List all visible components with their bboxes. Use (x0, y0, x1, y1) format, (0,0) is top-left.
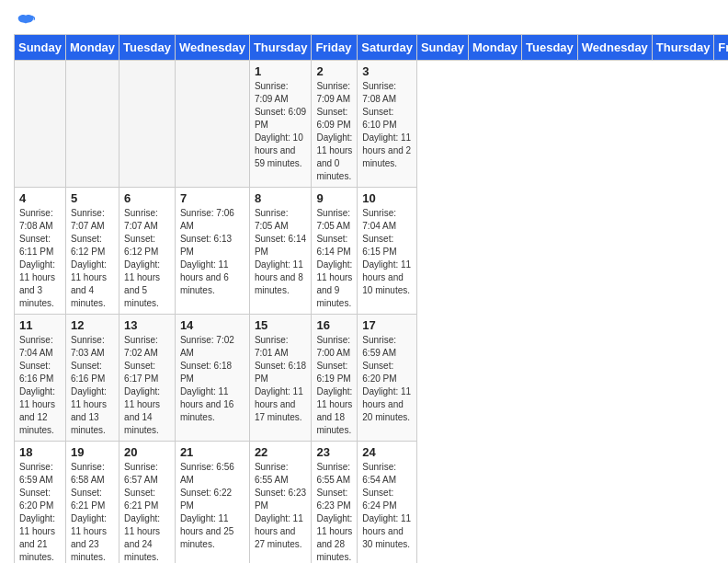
calendar-cell: 24Sunrise: 6:54 AM Sunset: 6:24 PM Dayli… (358, 442, 417, 564)
day-info: Sunrise: 6:59 AM Sunset: 6:20 PM Dayligh… (19, 461, 61, 563)
day-info: Sunrise: 7:06 AM Sunset: 6:13 PM Dayligh… (180, 207, 245, 297)
day-info: Sunrise: 7:07 AM Sunset: 6:12 PM Dayligh… (71, 207, 114, 310)
day-header-monday: Monday (468, 35, 521, 61)
day-number: 19 (71, 445, 114, 459)
day-info: Sunrise: 7:03 AM Sunset: 6:16 PM Dayligh… (71, 334, 114, 437)
calendar-week-row: 11Sunrise: 7:04 AM Sunset: 6:16 PM Dayli… (15, 315, 729, 442)
day-info: Sunrise: 6:54 AM Sunset: 6:24 PM Dayligh… (362, 461, 412, 551)
day-number: 17 (362, 318, 412, 332)
day-number: 7 (180, 191, 245, 205)
day-info: Sunrise: 7:07 AM Sunset: 6:12 PM Dayligh… (124, 207, 170, 310)
day-info: Sunrise: 7:08 AM Sunset: 6:11 PM Dayligh… (19, 207, 61, 310)
day-info: Sunrise: 6:55 AM Sunset: 6:23 PM Dayligh… (316, 461, 352, 563)
day-number: 8 (255, 191, 307, 205)
day-info: Sunrise: 6:59 AM Sunset: 6:20 PM Dayligh… (362, 334, 412, 424)
calendar-cell: 3Sunrise: 7:08 AM Sunset: 6:10 PM Daylig… (358, 61, 417, 188)
calendar-cell (15, 61, 66, 188)
calendar-cell: 18Sunrise: 6:59 AM Sunset: 6:20 PM Dayli… (15, 442, 66, 564)
day-number: 18 (19, 445, 61, 459)
page-header (14, 14, 714, 25)
day-header-saturday: Saturday (358, 35, 417, 61)
calendar-cell: 21Sunrise: 6:56 AM Sunset: 6:22 PM Dayli… (175, 442, 249, 564)
day-number: 9 (316, 191, 352, 205)
day-number: 23 (316, 445, 352, 459)
day-header-thursday: Thursday (652, 35, 714, 61)
calendar-week-row: 1Sunrise: 7:09 AM Sunset: 6:09 PM Daylig… (15, 61, 729, 188)
calendar-cell: 17Sunrise: 6:59 AM Sunset: 6:20 PM Dayli… (358, 315, 417, 442)
day-info: Sunrise: 7:04 AM Sunset: 6:16 PM Dayligh… (19, 334, 61, 437)
day-header-friday: Friday (714, 35, 728, 61)
day-info: Sunrise: 7:05 AM Sunset: 6:14 PM Dayligh… (255, 207, 307, 297)
day-info: Sunrise: 7:04 AM Sunset: 6:15 PM Dayligh… (362, 207, 412, 297)
calendar-cell: 14Sunrise: 7:02 AM Sunset: 6:18 PM Dayli… (175, 315, 249, 442)
calendar-week-row: 18Sunrise: 6:59 AM Sunset: 6:20 PM Dayli… (15, 442, 729, 564)
calendar-cell: 7Sunrise: 7:06 AM Sunset: 6:13 PM Daylig… (175, 188, 249, 315)
calendar-cell: 15Sunrise: 7:01 AM Sunset: 6:18 PM Dayli… (249, 315, 312, 442)
day-info: Sunrise: 7:00 AM Sunset: 6:19 PM Dayligh… (316, 334, 352, 437)
day-number: 13 (124, 318, 170, 332)
calendar-cell: 22Sunrise: 6:55 AM Sunset: 6:23 PM Dayli… (249, 442, 312, 564)
day-number: 4 (19, 191, 61, 205)
day-number: 16 (316, 318, 352, 332)
calendar-cell: 1Sunrise: 7:09 AM Sunset: 6:09 PM Daylig… (249, 61, 312, 188)
calendar-cell: 23Sunrise: 6:55 AM Sunset: 6:23 PM Dayli… (312, 442, 358, 564)
day-info: Sunrise: 7:01 AM Sunset: 6:18 PM Dayligh… (255, 334, 307, 424)
day-number: 21 (180, 445, 245, 459)
day-number: 24 (362, 445, 412, 459)
calendar-cell: 20Sunrise: 6:57 AM Sunset: 6:21 PM Dayli… (119, 442, 176, 564)
day-info: Sunrise: 6:58 AM Sunset: 6:21 PM Dayligh… (71, 461, 114, 563)
day-number: 14 (180, 318, 245, 332)
day-info: Sunrise: 7:05 AM Sunset: 6:14 PM Dayligh… (316, 207, 352, 310)
calendar-cell: 8Sunrise: 7:05 AM Sunset: 6:14 PM Daylig… (249, 188, 312, 315)
day-number: 10 (362, 191, 412, 205)
calendar-cell: 2Sunrise: 7:09 AM Sunset: 6:09 PM Daylig… (312, 61, 358, 188)
day-info: Sunrise: 7:02 AM Sunset: 6:18 PM Dayligh… (180, 334, 245, 424)
calendar-cell: 11Sunrise: 7:04 AM Sunset: 6:16 PM Dayli… (15, 315, 66, 442)
day-header-wednesday: Wednesday (175, 35, 249, 61)
day-number: 2 (316, 64, 352, 78)
calendar-cell: 12Sunrise: 7:03 AM Sunset: 6:16 PM Dayli… (65, 315, 119, 442)
day-number: 3 (362, 64, 412, 78)
day-info: Sunrise: 7:09 AM Sunset: 6:09 PM Dayligh… (316, 80, 352, 183)
day-info: Sunrise: 7:09 AM Sunset: 6:09 PM Dayligh… (255, 80, 307, 170)
day-number: 22 (255, 445, 307, 459)
calendar-cell: 13Sunrise: 7:02 AM Sunset: 6:17 PM Dayli… (119, 315, 176, 442)
calendar-cell: 6Sunrise: 7:07 AM Sunset: 6:12 PM Daylig… (119, 188, 176, 315)
calendar-cell: 16Sunrise: 7:00 AM Sunset: 6:19 PM Dayli… (312, 315, 358, 442)
day-number: 11 (19, 318, 61, 332)
calendar-cell: 19Sunrise: 6:58 AM Sunset: 6:21 PM Dayli… (65, 442, 119, 564)
day-header-thursday: Thursday (249, 35, 312, 61)
calendar-week-row: 4Sunrise: 7:08 AM Sunset: 6:11 PM Daylig… (15, 188, 729, 315)
calendar-cell: 10Sunrise: 7:04 AM Sunset: 6:15 PM Dayli… (358, 188, 417, 315)
day-header-tuesday: Tuesday (119, 35, 176, 61)
day-header-tuesday: Tuesday (522, 35, 578, 61)
calendar-table: SundayMondayTuesdayWednesdayThursdayFrid… (14, 34, 728, 563)
calendar-cell: 5Sunrise: 7:07 AM Sunset: 6:12 PM Daylig… (65, 188, 119, 315)
day-info: Sunrise: 7:08 AM Sunset: 6:10 PM Dayligh… (362, 80, 412, 170)
logo (14, 14, 36, 25)
day-header-friday: Friday (312, 35, 358, 61)
calendar-cell: 4Sunrise: 7:08 AM Sunset: 6:11 PM Daylig… (15, 188, 66, 315)
day-header-sunday: Sunday (15, 35, 66, 61)
calendar-cell (65, 61, 119, 188)
day-header-monday: Monday (65, 35, 119, 61)
day-info: Sunrise: 7:02 AM Sunset: 6:17 PM Dayligh… (124, 334, 170, 437)
logo-bird-icon (16, 14, 36, 30)
day-info: Sunrise: 6:56 AM Sunset: 6:22 PM Dayligh… (180, 461, 245, 551)
day-info: Sunrise: 6:55 AM Sunset: 6:23 PM Dayligh… (255, 461, 307, 551)
day-header-sunday: Sunday (416, 35, 468, 61)
day-number: 5 (71, 191, 114, 205)
calendar-cell (175, 61, 249, 188)
day-number: 12 (71, 318, 114, 332)
day-info: Sunrise: 6:57 AM Sunset: 6:21 PM Dayligh… (124, 461, 170, 563)
calendar-header-row: SundayMondayTuesdayWednesdayThursdayFrid… (15, 35, 729, 61)
day-number: 6 (124, 191, 170, 205)
day-number: 1 (255, 64, 307, 78)
day-header-wednesday: Wednesday (577, 35, 652, 61)
calendar-cell: 9Sunrise: 7:05 AM Sunset: 6:14 PM Daylig… (312, 188, 358, 315)
day-number: 20 (124, 445, 170, 459)
day-number: 15 (255, 318, 307, 332)
calendar-cell (119, 61, 176, 188)
